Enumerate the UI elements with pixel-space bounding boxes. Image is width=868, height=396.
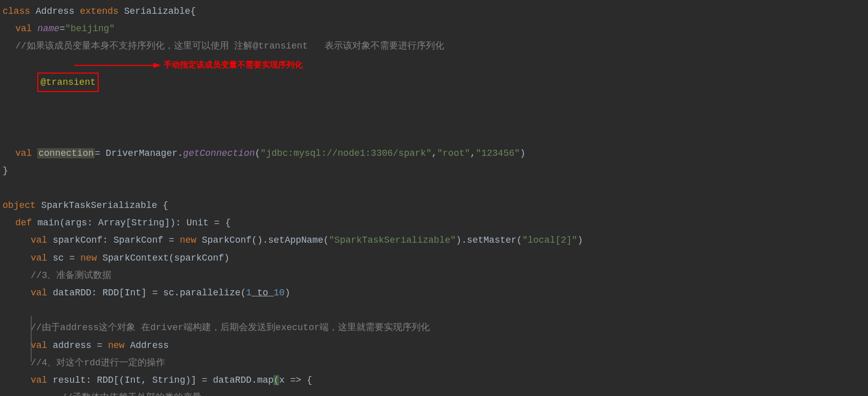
annotation-transient: @transient — [40, 77, 96, 87]
string-literal: "SparkTaskSerializable" — [329, 235, 455, 245]
keyword-class: class — [3, 6, 30, 16]
keyword-extends: extends — [80, 6, 119, 16]
code-line[interactable]: val dataRDD: RDD[Int] = sc.parallelize(1… — [0, 284, 868, 301]
code-line[interactable]: val name="beijing" — [0, 20, 868, 37]
parent-class: Serializable{ — [119, 6, 196, 16]
keyword-new: new — [180, 235, 196, 245]
keyword-object: object — [3, 200, 36, 211]
method-call: getConnection — [183, 148, 255, 158]
string-literal: "jdbc:mysql://node1:3306/spark" — [260, 148, 431, 158]
string-literal: "local[2]" — [522, 235, 577, 245]
type-int: Int — [125, 288, 141, 298]
keyword-val: val — [31, 288, 47, 298]
annotation-arrow — [74, 60, 161, 71]
empty-line[interactable] — [0, 301, 868, 319]
code-line[interactable]: //3、准备测试数据 — [0, 267, 868, 284]
type-int: Int — [125, 375, 141, 385]
code-line[interactable]: //4、对这个rdd进行一定的操作 — [0, 354, 868, 371]
code-line[interactable]: val connection= DriverManager.getConnect… — [0, 145, 868, 162]
comment: //4、对这个rdd进行一定的操作 — [31, 358, 165, 368]
number-literal: 1 — [246, 288, 252, 298]
svg-marker-1 — [153, 63, 161, 68]
comment: //函数体中依赖于外部的类的变量 — [61, 392, 201, 396]
keyword-val: val — [31, 375, 47, 385]
keyword-val: val — [15, 24, 32, 34]
code-line[interactable]: //由于address这个对象 在driver端构建，后期会发送到executo… — [0, 319, 868, 336]
keyword-val: val — [31, 340, 47, 351]
code-line[interactable]: @transient 手动指定该成员变量不需要实现序列化 — [0, 55, 868, 145]
close-brace: } — [3, 166, 8, 176]
code-line[interactable]: //函数体中依赖于外部的类的变量 — [0, 389, 868, 396]
keyword-val: val — [31, 235, 47, 245]
code-line[interactable]: val result: RDD[(Int, String)] = dataRDD… — [0, 371, 868, 389]
indent-guide — [31, 316, 32, 362]
code-line[interactable]: object SparkTaskSerializable { — [0, 197, 868, 214]
keyword-new: new — [108, 340, 124, 351]
comment: //如果该成员变量本身不支持序列化，这里可以使用 注解@transient 表示… — [15, 41, 444, 51]
object-name: SparkTaskSerializable { — [36, 200, 168, 211]
keyword-def: def — [15, 218, 32, 228]
code-line[interactable]: val sparkConf: SparkConf = new SparkConf… — [0, 231, 868, 249]
code-line[interactable]: //如果该成员变量本身不支持序列化，这里可以使用 注解@transient 表示… — [0, 37, 868, 55]
code-line[interactable]: } — [0, 162, 868, 179]
highlight-box-transient: @transient — [37, 73, 99, 92]
comment: //由于address这个对象 在driver端构建，后期会发送到executo… — [31, 322, 430, 333]
variable-connection: connection — [37, 148, 95, 158]
keyword-new: new — [80, 253, 97, 263]
annotation-label: 手动指定该成员变量不需要实现序列化 — [164, 58, 303, 73]
code-line[interactable]: val sc = new SparkContext(sparkConf) — [0, 249, 868, 267]
string-literal: "beijing" — [65, 24, 115, 34]
keyword-val: val — [31, 253, 47, 263]
keyword-val: val — [15, 148, 32, 158]
paren-highlight: ( — [273, 375, 279, 385]
type-string: String — [152, 375, 186, 385]
string-literal: "root" — [437, 148, 470, 158]
string-literal: "123456" — [476, 148, 520, 158]
number-literal: 10 — [273, 288, 285, 298]
code-line[interactable]: def main(args: Array[String]): Unit = { — [0, 214, 868, 231]
code-editor[interactable]: class Address extends Serializable{ val … — [0, 0, 868, 396]
comment: //3、准备测试数据 — [31, 270, 111, 281]
class-name: Address — [30, 6, 80, 16]
field-name: name — [37, 24, 59, 34]
type-string: String — [131, 218, 165, 228]
code-line[interactable]: val address = new Address — [0, 337, 868, 354]
code-line[interactable]: class Address extends Serializable{ — [0, 3, 868, 20]
empty-line[interactable] — [0, 179, 868, 197]
